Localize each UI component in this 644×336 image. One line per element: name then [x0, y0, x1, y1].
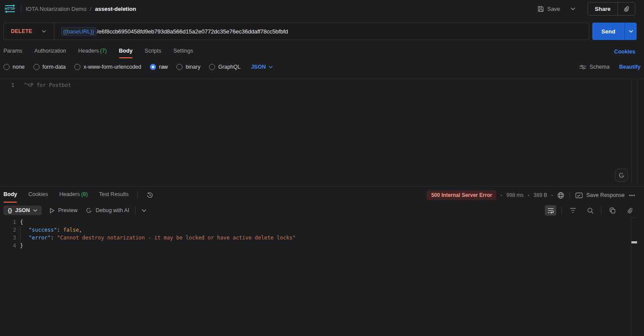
divider — [137, 192, 138, 199]
svg-text:HTTP: HTTP — [5, 7, 15, 11]
divider — [570, 192, 570, 199]
request-tabs: Params Authorization Headers(7) Body Scr… — [0, 45, 644, 58]
response-size[interactable]: 389 B — [534, 192, 547, 198]
schema-button[interactable]: Schema — [579, 64, 610, 70]
play-icon — [50, 208, 55, 213]
postbot-button[interactable] — [615, 169, 628, 182]
body-type-options: none form-data x-www-form-urlencoded raw… — [0, 61, 644, 73]
radio-form-data[interactable]: form-data — [33, 64, 66, 70]
radio-circle — [176, 64, 183, 70]
response-line: 2 "success": false, — [0, 226, 631, 234]
chevron-down-icon — [269, 66, 273, 68]
headers-count: (7) — [100, 48, 106, 54]
response-tab-headers[interactable]: Headers(8) — [59, 188, 88, 203]
dot-separator — [551, 195, 553, 196]
response-line: 1 { — [0, 218, 631, 226]
send-split-button: Send — [592, 23, 637, 40]
response-body-viewer[interactable]: 1 { 2 "success": false, 3 "error": "Cann… — [0, 218, 631, 250]
url-path[interactable]: /e6f8ccb6950458fd9eb793d8a566d15a2e0772d… — [97, 28, 288, 35]
postbot-icon — [618, 172, 625, 179]
send-options-chevron[interactable] — [624, 23, 637, 40]
status-badge[interactable]: 500 Internal Server Error — [427, 190, 496, 200]
breadcrumb-separator: / — [90, 6, 92, 12]
response-history-icon[interactable] — [146, 192, 153, 199]
debug-with-ai-button[interactable]: Debug with AI — [85, 207, 129, 214]
request-bar: DELETE {{baseURL}} /e6f8ccb6950458fd9eb7… — [0, 23, 644, 40]
dot-separator — [528, 195, 529, 196]
chevron-down-icon — [33, 209, 37, 212]
radio-circle — [209, 64, 215, 70]
radio-raw[interactable]: raw — [150, 64, 168, 70]
save-button[interactable]: Save — [534, 3, 564, 15]
response-time[interactable]: 998 ms — [506, 192, 523, 198]
visualize-options-chevron[interactable] — [142, 209, 146, 212]
breadcrumb-request-name[interactable]: assest-deletion — [95, 6, 136, 12]
radio-none[interactable]: none — [3, 64, 25, 70]
word-wrap-toggle[interactable] — [545, 205, 556, 216]
tab-body[interactable]: Body — [119, 45, 133, 58]
url-variable[interactable]: {{baseURL}} — [61, 27, 96, 36]
search-icon[interactable] — [584, 205, 596, 216]
paperclip-icon — [623, 6, 630, 12]
language-selector[interactable]: JSON — [251, 64, 273, 70]
radio-circle — [3, 64, 10, 70]
radio-binary[interactable]: binary — [176, 64, 200, 70]
divider — [601, 207, 601, 214]
postbot-icon — [85, 207, 92, 214]
divider — [21, 5, 21, 12]
response-line: 3 "error": "Cannot destroy notarization … — [0, 234, 631, 242]
method-selector[interactable]: DELETE — [4, 28, 32, 34]
copy-link-button[interactable] — [617, 3, 635, 15]
response-tab-cookies[interactable]: Cookies — [28, 188, 48, 203]
divider — [561, 207, 562, 214]
http-request-icon: HTTP — [3, 4, 17, 13]
response-header: Body Cookies Headers(8) Test Results 500… — [0, 188, 644, 203]
editor-placeholder: ^⌥P for Postbot — [24, 81, 71, 89]
radio-circle-checked — [150, 64, 156, 70]
tab-settings[interactable]: Settings — [173, 45, 193, 58]
radio-circle — [33, 64, 40, 70]
save-response-button[interactable]: Save Response — [575, 192, 624, 198]
more-options-icon[interactable]: ••• — [629, 193, 635, 198]
dot-separator — [501, 195, 502, 196]
response-tab-test-results[interactable]: Test Results — [99, 188, 129, 203]
breadcrumb-collection[interactable]: IOTA Notarization Demo — [26, 6, 86, 12]
preview-button[interactable]: Preview — [50, 207, 77, 213]
response-toolbar: {} JSON Preview Debug with AI — [0, 203, 644, 217]
divider — [135, 207, 136, 214]
radio-circle — [74, 64, 80, 70]
tab-headers[interactable]: Headers(7) — [78, 45, 107, 58]
copy-icon[interactable] — [607, 205, 618, 216]
response-format-selector[interactable]: {} JSON — [3, 206, 42, 215]
floppy-icon — [538, 6, 544, 12]
response-scrollbar-thumb[interactable] — [631, 241, 637, 243]
copy-link-icon[interactable] — [624, 205, 635, 216]
network-globe-icon[interactable] — [557, 192, 564, 199]
method-chevron-icon[interactable] — [32, 30, 54, 33]
tab-scripts[interactable]: Scripts — [145, 45, 161, 58]
radio-x-www-form-urlencoded[interactable]: x-www-form-urlencoded — [74, 64, 141, 70]
sliders-icon — [579, 64, 586, 70]
response-tab-body[interactable]: Body — [3, 188, 17, 203]
editor-scrollbar-track[interactable] — [631, 79, 637, 184]
share-button-group: Share — [588, 2, 635, 16]
tab-authorization[interactable]: Authorization — [34, 45, 66, 58]
response-scrollbar-track[interactable] — [631, 217, 637, 336]
url-box: DELETE {{baseURL}} /e6f8ccb6950458fd9eb7… — [3, 23, 589, 40]
top-bar: HTTP IOTA Notarization Demo / assest-del… — [0, 0, 644, 17]
share-button[interactable]: Share — [588, 3, 617, 15]
url-input[interactable]: {{baseURL}} /e6f8ccb6950458fd9eb793d8a56… — [54, 27, 288, 36]
tab-params[interactable]: Params — [3, 45, 22, 58]
word-wrap-icon — [548, 208, 554, 213]
response-line: 4 } — [0, 242, 631, 250]
beautify-button[interactable]: Beautify — [619, 64, 641, 70]
radio-graphql[interactable]: GraphQL — [209, 64, 240, 70]
braces-icon: {} — [8, 207, 12, 213]
request-body-editor[interactable]: 1 ^⌥P for Postbot — [0, 79, 644, 186]
save-label: Save — [547, 6, 560, 12]
response-headers-count: (8) — [81, 191, 88, 197]
send-button[interactable]: Send — [592, 23, 624, 40]
filter-icon[interactable] — [567, 205, 578, 216]
cookies-link[interactable]: Cookies — [614, 49, 635, 55]
save-options-chevron[interactable] — [566, 5, 580, 13]
